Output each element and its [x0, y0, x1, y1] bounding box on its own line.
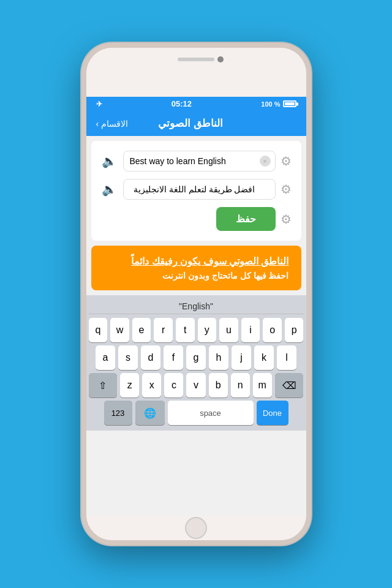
key-t[interactable]: t — [176, 318, 195, 342]
key-n[interactable]: n — [231, 373, 250, 398]
key-p[interactable]: p — [285, 318, 304, 342]
english-text-input[interactable] — [123, 151, 276, 172]
battery-text: 100 % — [261, 100, 280, 108]
back-button[interactable]: ‹ الاقسام — [96, 119, 129, 129]
save-button[interactable]: حفظ — [216, 207, 276, 231]
translation-card: 🔈 × ⚙ 🔈 ⚙ حفظ — [91, 141, 301, 241]
arabic-input-wrapper — [123, 179, 276, 200]
key-o[interactable]: o — [263, 318, 282, 342]
speaker-icon-1[interactable]: 🔈 — [101, 154, 118, 168]
key-f[interactable]: f — [164, 345, 183, 370]
status-right: 100 % — [261, 100, 296, 108]
status-time: 05:12 — [102, 99, 262, 108]
nav-title: الناطق الصوتي — [158, 117, 223, 130]
back-arrow-icon: ‹ — [96, 119, 99, 129]
banner-subtitle: احفظ فيها كل ماتحتاج وبدون انترنت — [104, 271, 289, 281]
done-key[interactable]: Done — [257, 401, 288, 425]
phone-screen: ✈ 05:12 100 % ‹ الاقسام الناطق الصوتي — [86, 97, 306, 516]
globe-key[interactable]: 🌐 — [135, 401, 165, 425]
key-g[interactable]: g — [186, 345, 206, 370]
keyboard-row-2: a s d f g h j k l — [89, 345, 304, 370]
arabic-input-row: 🔈 ⚙ — [101, 179, 292, 200]
key-b[interactable]: b — [209, 373, 228, 398]
key-w[interactable]: w — [110, 318, 129, 342]
key-y[interactable]: y — [198, 318, 217, 342]
home-button[interactable] — [185, 517, 207, 539]
key-x[interactable]: x — [142, 373, 161, 398]
status-bar: ✈ 05:12 100 % — [86, 97, 306, 111]
key-c[interactable]: c — [164, 373, 183, 398]
key-k[interactable]: k — [254, 345, 274, 370]
numbers-key[interactable]: 123 — [104, 401, 132, 425]
key-j[interactable]: j — [232, 345, 251, 370]
suggestion-bar: "English" — [89, 299, 304, 314]
settings-gear-2[interactable]: ⚙ — [281, 182, 292, 197]
key-d[interactable]: d — [141, 345, 160, 370]
keyboard-row-1: q w e r t y u i o p — [89, 318, 304, 342]
banner-title: الناطق الصوتي سوف يكون رفيقك دائماً — [104, 255, 289, 267]
promo-banner: الناطق الصوتي سوف يكون رفيقك دائماً احفظ… — [91, 246, 301, 290]
key-e[interactable]: e — [132, 318, 151, 342]
english-input-wrapper: × — [123, 151, 276, 172]
english-input-row: 🔈 × ⚙ — [101, 151, 292, 172]
battery-fill — [285, 102, 295, 105]
settings-gear-3[interactable]: ⚙ — [281, 212, 292, 227]
airplane-icon: ✈ — [96, 100, 102, 108]
phone-bottom-bezel — [86, 516, 306, 540]
nav-bar: ‹ الاقسام الناطق الصوتي — [86, 111, 306, 136]
key-s[interactable]: s — [118, 345, 138, 370]
content-area: 🔈 × ⚙ 🔈 ⚙ حفظ — [86, 136, 306, 516]
keyboard-row-4: 123 🌐 space Done — [89, 401, 304, 425]
shift-key[interactable]: ⇧ — [89, 373, 118, 398]
suggestion-text: "English" — [179, 301, 213, 311]
key-r[interactable]: r — [154, 318, 173, 342]
front-camera — [217, 56, 224, 62]
phone-top-bezel — [86, 48, 306, 97]
battery-icon — [283, 100, 296, 107]
keyboard: "English" q w e r t y u i o p a — [86, 295, 306, 431]
earpiece — [178, 58, 214, 61]
key-v[interactable]: v — [186, 373, 205, 398]
key-h[interactable]: h — [209, 345, 228, 370]
arabic-text-input[interactable] — [123, 179, 276, 200]
key-l[interactable]: l — [277, 345, 296, 370]
key-a[interactable]: a — [96, 345, 115, 370]
key-z[interactable]: z — [120, 373, 139, 398]
key-q[interactable]: q — [89, 318, 108, 342]
save-row: حفظ ⚙ — [101, 207, 292, 231]
back-label: الاقسام — [101, 119, 128, 129]
backspace-key[interactable]: ⌫ — [275, 373, 304, 398]
space-key[interactable]: space — [168, 401, 254, 425]
key-m[interactable]: m — [253, 373, 272, 398]
speaker-icon-2[interactable]: 🔈 — [101, 182, 118, 197]
keyboard-row-3: ⇧ z x c v b n m ⌫ — [89, 373, 304, 398]
clear-button-1[interactable]: × — [260, 156, 271, 167]
phone-frame: ✈ 05:12 100 % ‹ الاقسام الناطق الصوتي — [81, 43, 311, 545]
key-u[interactable]: u — [219, 318, 238, 342]
settings-gear-1[interactable]: ⚙ — [281, 154, 292, 168]
key-i[interactable]: i — [241, 318, 260, 342]
status-left: ✈ — [96, 100, 102, 108]
